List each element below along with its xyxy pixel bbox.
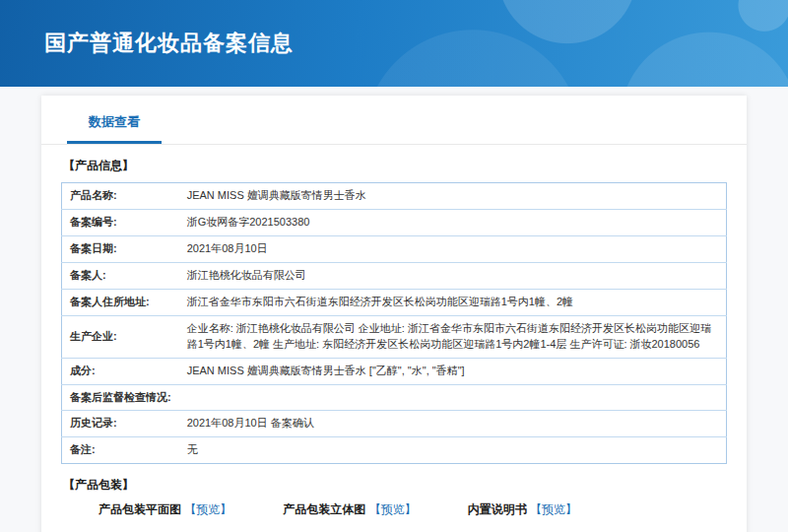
row-value: 2021年08月10日 xyxy=(179,235,727,262)
row-value: 企业名称: 浙江艳桃化妆品有限公司 企业地址: 浙江省金华市东阳市六石街道东阳经… xyxy=(179,315,727,358)
row-label: 历史记录: xyxy=(62,411,179,437)
row-label: 备案日期: xyxy=(62,235,179,262)
preview-link-flat[interactable]: 【预览】 xyxy=(184,502,231,516)
packaging-section-title: 【产品包装】 xyxy=(63,477,747,494)
packaging-item-label: 产品包装平面图 xyxy=(98,502,181,516)
packaging-item-flat: 产品包装平面图 【预览】 xyxy=(98,501,231,518)
row-label: 备案人住所地址: xyxy=(62,289,179,315)
row-value: JEAN MISS 嬗调典藏版寄情男士香水 xyxy=(179,183,727,210)
table-row: 备案日期: 2021年08月10日 xyxy=(62,235,727,262)
row-value: 浙江艳桃化妆品有限公司 xyxy=(179,262,727,289)
row-label: 备注: xyxy=(62,437,179,464)
table-row: 历史记录: 2021年08月10日 备案确认 xyxy=(62,411,727,437)
preview-link-manual[interactable]: 【预览】 xyxy=(530,502,577,516)
row-value: 2021年08月10日 备案确认 xyxy=(179,411,727,437)
packaging-item-label: 产品包装立体图 xyxy=(283,502,365,516)
preview-link-3d[interactable]: 【预览】 xyxy=(369,502,417,516)
table-row: 备案人住所地址: 浙江省金华市东阳市六石街道东阳经济开发区长松岗功能区迎瑞路1号… xyxy=(62,289,727,315)
row-label: 产品名称: xyxy=(62,183,179,210)
row-label: 备案后监督检查情况: xyxy=(62,384,179,411)
product-info-table: 产品名称: JEAN MISS 嬗调典藏版寄情男士香水 备案编号: 浙G妆网备字… xyxy=(61,182,727,464)
row-value: 无 xyxy=(179,437,727,464)
tab-bar: 数据查看 xyxy=(41,96,747,145)
packaging-row: 产品包装平面图 【预览】 产品包装立体图 【预览】 内置说明书 【预览】 xyxy=(98,501,747,518)
content-card: 数据查看 【产品信息】 产品名称: JEAN MISS 嬗调典藏版寄情男士香水 … xyxy=(41,96,747,532)
table-row: 备注: 无 xyxy=(62,437,727,464)
packaging-item-label: 内置说明书 xyxy=(468,502,527,516)
row-label: 成分: xyxy=(62,358,179,384)
table-row: 成分: JEAN MISS 嬗调典藏版寄情男士香水 ["乙醇", "水", "香… xyxy=(62,358,727,384)
packaging-item-manual: 内置说明书 【预览】 xyxy=(468,501,577,518)
row-value: 浙G妆网备字2021503380 xyxy=(179,209,727,235)
table-row: 备案人: 浙江艳桃化妆品有限公司 xyxy=(62,262,727,289)
table-row: 备案后监督检查情况: xyxy=(62,384,727,411)
page-header: 国产普通化妆品备案信息 xyxy=(0,0,788,87)
tab-data-view[interactable]: 数据查看 xyxy=(67,109,162,144)
row-label: 生产企业: xyxy=(62,315,179,358)
table-row: 产品名称: JEAN MISS 嬗调典藏版寄情男士香水 xyxy=(62,183,727,210)
table-row: 生产企业: 企业名称: 浙江艳桃化妆品有限公司 企业地址: 浙江省金华市东阳市六… xyxy=(62,315,727,358)
packaging-item-3d: 产品包装立体图 【预览】 xyxy=(283,501,416,518)
row-label: 备案编号: xyxy=(62,209,179,235)
table-row: 备案编号: 浙G妆网备字2021503380 xyxy=(62,209,727,235)
row-label: 备案人: xyxy=(62,262,179,289)
row-value: JEAN MISS 嬗调典藏版寄情男士香水 ["乙醇", "水", "香精"] xyxy=(179,358,727,384)
page-title: 国产普通化妆品备案信息 xyxy=(44,29,294,58)
row-value: 浙江省金华市东阳市六石街道东阳经济开发区长松岗功能区迎瑞路1号内1幢、2幢 xyxy=(179,289,727,315)
row-value xyxy=(179,384,727,411)
product-info-section-title: 【产品信息】 xyxy=(63,158,747,174)
